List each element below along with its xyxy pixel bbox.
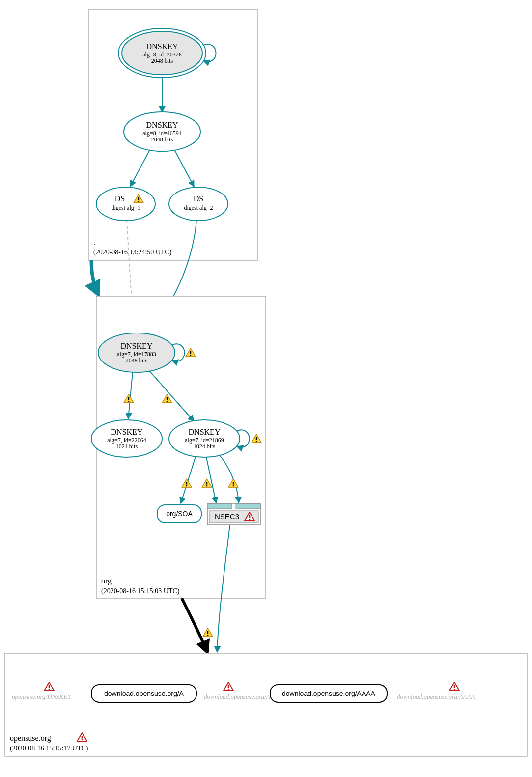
rr-download-a-label: download.opensuse.org/A bbox=[104, 690, 184, 697]
rr-download-aaaa-label: download.opensuse.org/AAAA bbox=[282, 690, 376, 697]
org-ksk-sub1: alg=7, id=17883 bbox=[117, 351, 156, 358]
node-org-zsk1: DNSKEY alg=7, id=22064 1024 bits bbox=[91, 420, 162, 457]
org-zsk1-title: DNSKEY bbox=[111, 428, 143, 436]
svg-point-9 bbox=[169, 187, 228, 221]
edge-zone-root-org bbox=[91, 260, 98, 295]
org-ksk-sub2: 2048 bits bbox=[126, 357, 148, 364]
root-zsk-title: DNSKEY bbox=[146, 121, 178, 129]
zone-org: org (2020-08-16 15:15:03 UTC) DNSKEY alg… bbox=[91, 296, 266, 598]
nsec3-title: NSEC3 bbox=[215, 512, 239, 521]
ds2-sub1: digest alg=2 bbox=[184, 204, 213, 211]
node-org-soa: org/SOA bbox=[157, 505, 201, 523]
root-ksk-sub2: 2048 bits bbox=[151, 57, 173, 64]
rr-download-a: download.opensuse.org/A bbox=[91, 685, 196, 702]
ds2-title: DS bbox=[194, 194, 203, 203]
node-org-ksk: DNSKEY alg=7, id=17883 2048 bits bbox=[98, 333, 175, 372]
root-zsk-sub2: 2048 bits bbox=[151, 136, 173, 143]
zone-opensuse-time: (2020-08-16 15:15:17 UTC) bbox=[10, 745, 88, 752]
root-ksk-sub1: alg=8, id=20326 bbox=[142, 51, 182, 58]
node-nsec3: NSEC3 bbox=[207, 504, 260, 525]
edge-zone-org-opensuse bbox=[182, 598, 207, 652]
node-org-zsk2: DNSKEY alg=7, id=21869 1024 bits bbox=[169, 420, 240, 457]
org-zsk2-sub1: alg=7, id=21869 bbox=[185, 437, 224, 444]
rr-opensuse-dnskey-label: opensuse.org/DNSKEY bbox=[12, 693, 72, 700]
zone-root: . (2020-08-16 13:24:50 UTC) DNSKEY alg=8… bbox=[88, 10, 258, 260]
svg-rect-17 bbox=[236, 504, 260, 509]
org-soa-title: org/SOA bbox=[166, 510, 193, 518]
node-ds1: DS digest alg=1 bbox=[96, 187, 155, 221]
node-root-zsk: DNSKEY alg=8, id=46594 2048 bits bbox=[124, 112, 200, 151]
zone-opensuse-label: opensuse.org bbox=[10, 734, 51, 743]
zone-root-label: . bbox=[93, 238, 95, 246]
root-zsk-sub1: alg=8, id=46594 bbox=[142, 130, 182, 137]
zone-root-time: (2020-08-16 13:24:50 UTC) bbox=[93, 249, 172, 256]
rr-download-aaaa-faded-label: download.opensuse.org/AAAA bbox=[397, 693, 475, 700]
zone-org-label: org bbox=[101, 577, 112, 585]
node-ds2: DS digest alg=2 bbox=[169, 187, 228, 221]
root-ksk-title: DNSKEY bbox=[146, 42, 178, 51]
ds1-sub1: digest alg=1 bbox=[111, 204, 140, 211]
warning-icon bbox=[203, 628, 213, 637]
org-zsk2-sub2: 1024 bits bbox=[194, 443, 216, 450]
svg-rect-16 bbox=[207, 504, 232, 509]
org-ksk-title: DNSKEY bbox=[121, 342, 153, 350]
zone-org-time: (2020-08-16 15:15:03 UTC) bbox=[101, 587, 180, 595]
svg-point-8 bbox=[96, 187, 155, 221]
rr-download-aaaa: download.opensuse.org/AAAA bbox=[270, 685, 387, 702]
dnssec-diagram: . (2020-08-16 13:24:50 UTC) DNSKEY alg=8… bbox=[0, 0, 532, 777]
org-zsk1-sub1: alg=7, id=22064 bbox=[107, 437, 146, 444]
org-zsk2-title: DNSKEY bbox=[189, 428, 221, 436]
rr-download-a-faded-label: download.opensuse.org/A bbox=[204, 693, 270, 700]
node-root-ksk: DNSKEY alg=8, id=20326 2048 bits bbox=[118, 28, 206, 78]
ds1-title: DS bbox=[115, 194, 125, 203]
zone-opensuse: opensuse.org (2020-08-16 15:15:17 UTC) o… bbox=[5, 653, 527, 756]
org-zsk1-sub2: 1024 bits bbox=[116, 443, 138, 450]
